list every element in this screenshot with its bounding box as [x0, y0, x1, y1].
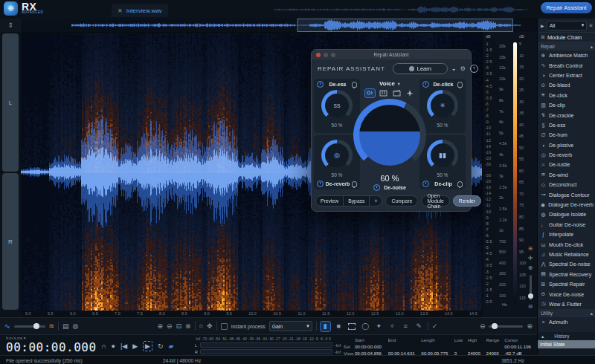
- zoom-in-vertical-icon[interactable]: ⊕: [528, 265, 533, 271]
- module-list-item[interactable]: ⊖ Voice De-noise: [538, 289, 595, 299]
- module-list-item[interactable]: ∫ Interpolate: [538, 230, 595, 239]
- history-header[interactable]: ▴ History: [538, 332, 595, 340]
- time-ruler[interactable]: 5.05.56.06.57.07.58.08.59.09.510.010.511…: [21, 311, 482, 317]
- help-icon[interactable]: ?: [470, 65, 478, 73]
- wand-tool[interactable]: ✦: [374, 322, 384, 331]
- module-list-item[interactable]: ∅ De-hum: [538, 130, 595, 140]
- wave-spectro-blend-slider[interactable]: [14, 325, 45, 328]
- lasso-tool[interactable]: ◯: [361, 322, 370, 331]
- module-list-item[interactable]: ≋ De-wind: [538, 170, 595, 180]
- module-list-item[interactable]: ◍ Dialogue Isolate: [538, 209, 595, 219]
- zoom-selection-icon[interactable]: ⊡: [176, 322, 182, 330]
- module-list-item[interactable]: ↯ De-crackle: [538, 110, 595, 120]
- module-list-item[interactable]: ▤ Spectral Recovery: [538, 270, 595, 279]
- module-list-item[interactable]: ♩ Guitar De-noise: [538, 220, 595, 230]
- blend-slider-handle[interactable]: [33, 323, 39, 329]
- de-ess-power-toggle[interactable]: [317, 81, 324, 88]
- comment-icon[interactable]: ◍: [73, 322, 79, 330]
- repair-assistant-button[interactable]: Repair Assistant: [541, 2, 592, 13]
- module-list-item[interactable]: ◉ Dialogue De-reverb: [538, 200, 595, 209]
- grid-settings-icon[interactable]: ▤: [62, 322, 69, 330]
- file-tab[interactable]: ✕ Interview.wav: [112, 4, 168, 17]
- overview-zoom-handle[interactable]: [492, 323, 498, 329]
- lightbulb-icon[interactable]: [352, 181, 357, 187]
- module-list-item[interactable]: ↝ Dialogue Contour: [538, 189, 595, 199]
- module-list-item[interactable]: ⊞ Spectral Repair: [538, 279, 595, 289]
- de-noise-power-toggle[interactable]: [373, 184, 380, 191]
- tab-close-icon[interactable]: ✕: [118, 7, 123, 14]
- de-reverb-power-toggle[interactable]: [317, 181, 324, 187]
- de-noise-knob[interactable]: [353, 99, 426, 172]
- module-list-item[interactable]: ◖ De-plosive: [538, 140, 595, 150]
- waveform-display-icon[interactable]: ∿: [4, 322, 10, 330]
- lightbulb-icon[interactable]: [457, 82, 463, 88]
- overview-waveform[interactable]: [21, 19, 521, 33]
- record-button[interactable]: ●: [111, 342, 115, 351]
- magnifier-tool-icon[interactable]: ○: [199, 322, 203, 330]
- compare-button[interactable]: Compare: [385, 195, 418, 207]
- mode-selector[interactable]: Voice ▾: [379, 79, 400, 88]
- channel-strip-right[interactable]: R: [2, 173, 19, 310]
- open-module-chain-button[interactable]: Open Module Chain: [421, 195, 449, 207]
- marquee-selection-tool[interactable]: [347, 322, 357, 331]
- module-list-item[interactable]: ◎ De-reverb: [538, 150, 595, 160]
- module-list-item[interactable]: § De-ess: [538, 120, 595, 130]
- render-button[interactable]: Render: [453, 195, 481, 207]
- voice-mode-icon[interactable]: [365, 89, 375, 97]
- module-list-item[interactable]: ⊙ De-bleed: [538, 80, 595, 90]
- harmonic-selection-tool[interactable]: ≡: [401, 322, 411, 331]
- vertical-zoom-handle[interactable]: [528, 293, 533, 299]
- zoom-in-overview-icon[interactable]: ⊕: [527, 322, 533, 330]
- module-list-item[interactable]: ◇ Deconstruct: [538, 180, 595, 189]
- menu-icon[interactable]: ≡: [589, 22, 593, 29]
- module-list-item[interactable]: ✳ De-click: [538, 91, 595, 100]
- spectrogram-settings-icon[interactable]: ≋: [528, 246, 533, 252]
- time-selection-tool[interactable]: ▮: [321, 322, 330, 331]
- module-list-item[interactable]: ◑ Center Extract: [538, 71, 595, 80]
- bypass-button[interactable]: Bypass: [344, 196, 370, 206]
- music-mode-icon[interactable]: [379, 89, 388, 97]
- module-list-item[interactable]: ≈ De-rustle: [538, 160, 595, 169]
- module-list-item[interactable]: ▥ De-clip: [538, 100, 595, 110]
- de-clip-knob[interactable]: ▮▮: [427, 140, 458, 171]
- de-click-power-toggle[interactable]: [422, 81, 429, 88]
- overview-expand-icon[interactable]: ⇕: [0, 19, 22, 32]
- play-button[interactable]: ▶: [132, 342, 138, 351]
- zoom-reset-icon[interactable]: ⊗: [185, 322, 191, 330]
- dialog-titlebar[interactable]: Repair Assistant: [312, 50, 471, 59]
- hand-tool-icon[interactable]: ✥: [207, 322, 213, 330]
- feedback-icon[interactable]: ◒: [452, 65, 456, 72]
- sidebar-item-module-chain[interactable]: ≣ Module Chain: [538, 32, 595, 42]
- zoom-out-overview-icon[interactable]: ⊖: [480, 322, 486, 330]
- module-list-item[interactable]: ω Mouth De-click: [538, 239, 595, 249]
- de-click-knob[interactable]: ✳: [427, 90, 458, 121]
- output-panel-icon[interactable]: ▰: [169, 342, 174, 351]
- magic-wand-tool[interactable]: ✧: [387, 322, 397, 331]
- channel-strip-left[interactable]: L: [2, 33, 19, 172]
- process-dropdown[interactable]: Gain ▾: [269, 321, 312, 331]
- section-header-repair[interactable]: Repair ▴: [538, 42, 595, 51]
- de-ess-knob[interactable]: ss: [321, 90, 353, 121]
- module-list-item[interactable]: ⊕ Ambience Match: [538, 51, 595, 60]
- history-row[interactable]: Initial State: [538, 340, 595, 348]
- module-list-item[interactable]: ⋀ Spectral De-noise: [538, 259, 595, 269]
- module-list-item[interactable]: ◷ Wow & Flutter: [538, 299, 595, 309]
- lightbulb-icon[interactable]: [352, 82, 357, 88]
- learn-button[interactable]: Learn: [393, 63, 448, 74]
- play-selection-button[interactable]: ▶: [143, 341, 152, 351]
- module-list-item[interactable]: ∿ Breath Control: [538, 60, 595, 70]
- zoom-out-vertical-icon[interactable]: ⊖: [528, 304, 533, 310]
- move-icon[interactable]: ✛: [528, 256, 533, 261]
- confirm-selection-icon[interactable]: ✓: [432, 322, 438, 330]
- gear-icon[interactable]: ⚙: [460, 65, 466, 72]
- de-clip-power-toggle[interactable]: [422, 181, 429, 187]
- time-frequency-selection-tool[interactable]: ■: [334, 322, 344, 331]
- level-meters[interactable]: -Inf-70-60-54-51-48-45-42-39-36-33-30-27…: [195, 337, 341, 354]
- return-to-start-button[interactable]: |◀: [120, 342, 127, 351]
- overview-zoom-slider[interactable]: [489, 325, 523, 328]
- module-filter-dropdown[interactable]: All ▾: [547, 21, 588, 30]
- film-mode-icon[interactable]: [392, 89, 402, 97]
- de-reverb-knob[interactable]: ◎: [321, 140, 353, 171]
- loop-button[interactable]: ↻: [158, 342, 164, 351]
- instant-process-checkbox[interactable]: [221, 323, 228, 330]
